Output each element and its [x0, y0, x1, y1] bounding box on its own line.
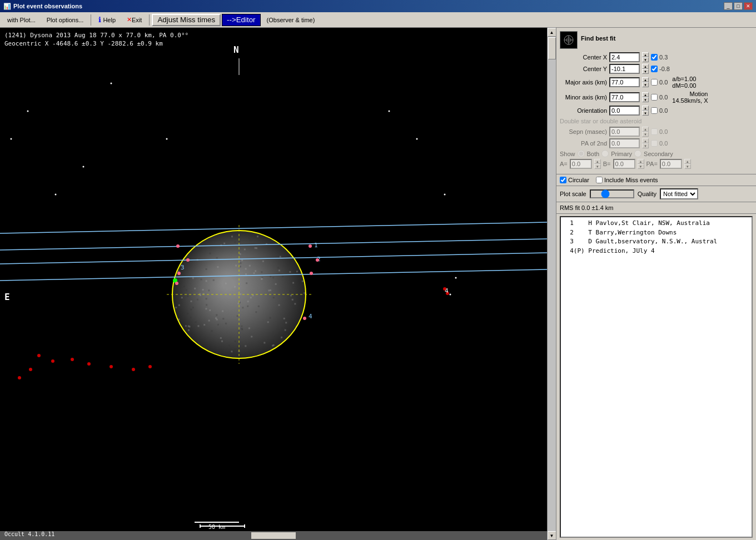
center-y-check-area: -0.8: [651, 66, 670, 72]
center-y-check-value: -0.8: [659, 66, 670, 72]
a-spinner: ▲ ▼: [594, 159, 601, 169]
main-layout: (1241) Dysona 2013 Aug 18 77.0 x 77.0 km…: [0, 28, 756, 540]
quality-select[interactable]: Not fitted Poor Fair Good Excellent: [660, 188, 698, 199]
with-plot-button[interactable]: with Plot...: [2, 14, 41, 26]
plot-area[interactable]: (1241) Dysona 2013 Aug 18 77.0 x 77.0 km…: [0, 28, 547, 540]
orientation-down[interactable]: ▼: [642, 111, 649, 116]
major-axis-check-area: 0.0: [651, 79, 668, 86]
pa2nd-row: PA of 2nd 0.0 ▲ ▼ 0.0: [560, 138, 753, 148]
scroll-thumb[interactable]: [548, 37, 556, 59]
include-miss-checkbox[interactable]: [596, 177, 603, 183]
adjust-miss-button[interactable]: Adjust Miss times: [152, 14, 221, 26]
obs-item-3[interactable]: 3 D Gault,bservatory, N.S.W., Austral: [563, 237, 750, 247]
sepn-input: 0.0: [609, 127, 640, 137]
minor-axis-up[interactable]: ▲: [642, 92, 649, 97]
motion-info: Motion 14.58km/s, X: [672, 91, 708, 104]
circular-checkbox[interactable]: [560, 177, 566, 183]
b-input: 0.0: [613, 159, 635, 169]
major-axis-checkbox[interactable]: [651, 79, 658, 86]
minor-axis-down[interactable]: ▼: [642, 97, 649, 102]
sepn-checkbox: [651, 128, 658, 135]
center-x-up[interactable]: ▲: [642, 52, 649, 57]
editor-button[interactable]: -->Editor: [222, 14, 260, 26]
radio-primary-label: Primary: [611, 151, 632, 157]
obs-item-1[interactable]: 1 H Pavlov,St Clair, NSW, Australia: [563, 219, 750, 228]
plot-scrollbar[interactable]: ▲ ▼: [547, 28, 556, 540]
center-y-input[interactable]: -10.1: [609, 64, 640, 74]
center-x-checkbox[interactable]: [651, 54, 658, 61]
menu-bar: with Plot... Plot options... ℹ Help ✕ Ex…: [0, 12, 756, 28]
motion-value: 14.58km/s, X: [672, 97, 708, 104]
sepn-label: Sepn (masec): [560, 128, 607, 135]
minor-axis-input[interactable]: 77.0: [609, 92, 640, 102]
orientation-checkbox[interactable]: [651, 107, 658, 114]
plot-title-line1: (1241) Dysona 2013 Aug 18 77.0 x 77.0 km…: [4, 31, 188, 39]
scale-label: 50 km: [195, 524, 239, 530]
b-label: B=: [603, 161, 611, 167]
center-y-checkbox[interactable]: [651, 66, 658, 72]
title-icon: 📊: [3, 3, 11, 10]
minimize-button[interactable]: _: [724, 2, 733, 10]
pa2nd-up: ▲: [642, 138, 649, 143]
scroll-down-arrow[interactable]: ▼: [548, 531, 556, 540]
scroll-up-arrow[interactable]: ▲: [548, 28, 556, 37]
center-y-spinner[interactable]: ▲ ▼: [642, 64, 649, 74]
obs-item-2[interactable]: 2 T Barry,Werrington Downs: [563, 228, 750, 238]
show-row: Show Both Primary Secondary: [560, 150, 753, 157]
major-axis-up[interactable]: ▲: [642, 77, 649, 82]
center-x-row: Center X 2.4 ▲ ▼ 0.3: [560, 52, 753, 62]
orientation-label: Orientation: [560, 107, 607, 114]
find-best-fit-icon: [560, 31, 578, 49]
plot-canvas: [0, 28, 547, 540]
e-label: E: [4, 292, 10, 302]
radio-secondary: [634, 150, 641, 157]
pa2nd-spinner: ▲ ▼: [642, 138, 649, 148]
plot-info: (1241) Dysona 2013 Aug 18 77.0 x 77.0 km…: [4, 31, 188, 48]
options-row: Circular Include Miss events: [556, 174, 756, 186]
radio-secondary-label: Secondary: [644, 151, 673, 157]
radio-both-label: Both: [587, 151, 600, 157]
orientation-spinner[interactable]: ▲ ▼: [642, 106, 649, 116]
observations-list[interactable]: 1 H Pavlov,St Clair, NSW, Australia 2 T …: [560, 216, 753, 538]
plot-options-button[interactable]: Plot options...: [42, 14, 89, 26]
center-x-input[interactable]: 2.4: [609, 52, 640, 62]
center-x-check-value: 0.3: [659, 54, 668, 61]
plot-scale-slider[interactable]: [590, 189, 634, 198]
orientation-check-area: 0.0: [651, 107, 668, 114]
center-y-down[interactable]: ▼: [642, 69, 649, 74]
orientation-row: Orientation 0.0 ▲ ▼ 0.0: [560, 106, 753, 116]
observer-time-button[interactable]: (Observer & time): [262, 14, 320, 26]
major-axis-spinner[interactable]: ▲ ▼: [642, 77, 649, 87]
menu-separator-2: [149, 14, 150, 26]
exit-icon: ✕: [127, 16, 132, 23]
pa2nd-down: ▼: [642, 143, 649, 148]
ab-dm-info: a/b=1.00 dM=0.00: [672, 76, 696, 89]
major-axis-input[interactable]: 77.0: [609, 77, 640, 87]
minor-axis-spinner[interactable]: ▲ ▼: [642, 92, 649, 102]
right-panel: Find best fit Center X 2.4 ▲ ▼ 0.3 Cente…: [556, 28, 756, 540]
major-axis-down[interactable]: ▼: [642, 82, 649, 87]
title-bar-controls[interactable]: _ □ ✕: [724, 2, 753, 10]
major-axis-row: Major axis (km) 77.0 ▲ ▼ 0.0 a/b=1.00 dM…: [560, 76, 753, 89]
circular-area: Circular: [560, 177, 589, 183]
menu-separator-1: [91, 14, 91, 26]
obs-item-4[interactable]: 4(P) Prediction, JUly 4: [563, 247, 750, 256]
orientation-up[interactable]: ▲: [642, 106, 649, 111]
radio-primary: [601, 150, 609, 157]
close-button[interactable]: ✕: [744, 2, 753, 10]
orientation-input[interactable]: 0.0: [609, 106, 640, 116]
sepn-check-value: 0.0: [659, 128, 668, 135]
pa-down: ▼: [684, 164, 691, 169]
center-x-down[interactable]: ▼: [642, 57, 649, 62]
help-button[interactable]: ℹ Help: [93, 14, 121, 26]
pa-label: PA=: [646, 161, 658, 167]
maximize-button[interactable]: □: [734, 2, 743, 10]
minor-axis-checkbox[interactable]: [651, 94, 658, 101]
pa-spinner: ▲ ▼: [684, 159, 691, 169]
center-x-spinner[interactable]: ▲ ▼: [642, 52, 649, 62]
exit-button[interactable]: ✕ Exit: [122, 14, 147, 26]
center-y-up[interactable]: ▲: [642, 64, 649, 69]
radio-both: [578, 150, 585, 157]
pa2nd-check-value: 0.0: [659, 140, 668, 147]
include-miss-area: Include Miss events: [596, 177, 658, 183]
